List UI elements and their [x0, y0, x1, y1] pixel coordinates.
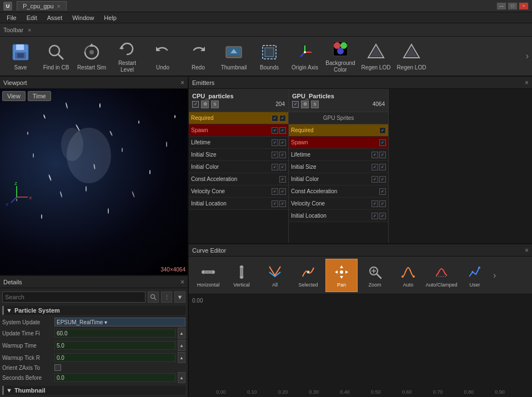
pan-button[interactable]: Pan [325, 259, 358, 292]
gpu-size-check2[interactable] [379, 164, 386, 170]
file-tab[interactable]: P_cpu_gpu × [17, 1, 67, 11]
cpu-module-initial-color[interactable]: Initial Color [189, 161, 288, 173]
find-in-cb-button[interactable]: Find in CB [39, 38, 73, 74]
cpu-module-initial-size[interactable]: Initial Size [189, 149, 288, 161]
gpu-loc-check2[interactable] [379, 213, 386, 219]
gpu-life-check1[interactable] [372, 152, 378, 158]
tab-close[interactable]: × [57, 3, 61, 9]
gpu-icon-1[interactable]: ⚙ [301, 100, 309, 108]
update-time-arrow[interactable]: ▲ [178, 328, 185, 339]
prop-value-seconds-before[interactable]: 0.0 [54, 373, 175, 382]
menu-asset[interactable]: Asset [43, 13, 67, 22]
cpu-module-lifetime[interactable]: Lifetime [189, 137, 288, 149]
menu-file[interactable]: File [2, 13, 21, 22]
cpu-accel-check1[interactable] [279, 176, 286, 183]
horizontal-button[interactable]: Horizontal [192, 259, 224, 292]
gpu-accel-check[interactable] [379, 188, 386, 195]
gpu-module-initial-size[interactable]: Initial Size [289, 161, 388, 173]
regen-lod-1-button[interactable]: Regen LOD [359, 38, 393, 74]
menu-help[interactable]: Help [99, 13, 121, 22]
cpu-module-spawn[interactable]: Spawn [189, 124, 288, 137]
gpu-module-required[interactable]: Required [289, 124, 388, 137]
user-button[interactable]: User [459, 259, 491, 292]
cpu-spawn-check1[interactable] [272, 127, 278, 134]
viewport-canvas[interactable]: X Z Y View Time 340×4064 [0, 89, 188, 275]
cpu-icon-1[interactable]: ⚙ [201, 100, 209, 108]
prop-value-system-update[interactable]: EPSUM_RealTime ▾ [54, 318, 185, 326]
gpu-module-const-accel[interactable]: Const Acceleration [289, 185, 388, 198]
cpu-loc-check1[interactable] [272, 200, 278, 207]
cpu-icon-2[interactable]: S [211, 100, 219, 108]
time-button[interactable]: Time [28, 91, 51, 101]
cpu-spawn-check2[interactable] [279, 127, 286, 134]
auto-button[interactable]: Auto [392, 259, 424, 292]
gpu-module-lifetime[interactable]: Lifetime [289, 149, 388, 161]
cpu-color-check2[interactable] [279, 164, 286, 170]
gpu-loc-check1[interactable] [372, 213, 378, 219]
cpu-vel-check1[interactable] [272, 188, 278, 195]
gpu-spawn-check[interactable] [379, 139, 386, 146]
search-filter-button[interactable]: ▼ [174, 292, 185, 303]
prop-value-warmup-tick[interactable]: 0.0 [54, 353, 175, 362]
zoom-button[interactable]: Zoom [359, 259, 391, 292]
menu-edit[interactable]: Edit [22, 13, 42, 22]
undo-button[interactable]: Undo [145, 38, 180, 74]
gpu-vel-check1[interactable] [372, 200, 378, 207]
cpu-enable-check[interactable]: ✓ [192, 101, 199, 108]
background-color-button[interactable]: Background Color [323, 38, 358, 74]
auto-clamped-button[interactable]: Auto/Clamped [425, 259, 458, 292]
details-close[interactable]: × [180, 278, 184, 286]
toolbar-more-button[interactable]: › [526, 51, 529, 61]
search-options-button[interactable]: ⋮ [161, 292, 172, 303]
gpu-color-check2[interactable] [379, 176, 386, 183]
cpu-module-required[interactable]: Required [189, 112, 288, 124]
curve-editor-close[interactable]: × [525, 247, 529, 254]
search-input[interactable] [2, 292, 145, 303]
bounds-button[interactable]: Bounds [252, 38, 287, 74]
section-collapse-icon[interactable]: ▼ [6, 307, 12, 314]
cpu-vel-check2[interactable] [279, 188, 286, 195]
gpu-life-check2[interactable] [379, 152, 386, 158]
menu-window[interactable]: Window [68, 13, 98, 22]
cpu-size-check2[interactable] [279, 152, 286, 158]
cpu-module-velocity-cone[interactable]: Velocity Cone [189, 185, 288, 198]
selected-button[interactable]: Selected [292, 259, 324, 292]
cpu-req-check1[interactable] [272, 115, 278, 122]
cpu-color-check1[interactable] [272, 164, 278, 170]
toolbar-close[interactable]: × [28, 27, 31, 33]
cpu-size-check1[interactable] [272, 152, 278, 158]
save-button[interactable]: Save [3, 38, 38, 74]
gpu-module-initial-color[interactable]: Initial Color [289, 173, 388, 185]
gpu-module-initial-location[interactable]: Initial Location [289, 210, 388, 222]
cpu-life-check2[interactable] [279, 139, 286, 146]
curve-more-button[interactable]: › [493, 270, 496, 280]
cpu-loc-check2[interactable] [279, 200, 286, 207]
search-submit-button[interactable] [148, 292, 159, 303]
warmup-tick-arrow[interactable]: ▲ [178, 352, 185, 363]
gpu-enable-check[interactable]: ✓ [292, 101, 299, 108]
gpu-module-velocity-cone[interactable]: Velocity Cone [289, 198, 388, 210]
seconds-before-arrow[interactable]: ▲ [178, 372, 185, 383]
gpu-req-check[interactable] [379, 127, 386, 134]
redo-button[interactable]: Redo [181, 38, 215, 74]
minimize-button[interactable]: — [496, 2, 506, 10]
cpu-module-const-accel[interactable]: Const Acceleration [189, 173, 288, 185]
origin-axis-button[interactable]: Origin Axis [288, 38, 322, 74]
warmup-time-arrow[interactable]: ▲ [178, 340, 185, 351]
view-button[interactable]: View [2, 91, 26, 101]
prop-checkbox-orient-zaxis[interactable] [54, 364, 61, 371]
cpu-life-check1[interactable] [272, 139, 278, 146]
prop-value-warmup-time[interactable]: 5.0 [54, 341, 175, 350]
gpu-icon-2[interactable]: S [311, 100, 319, 108]
viewport-close[interactable]: × [180, 79, 184, 87]
gpu-module-spawn[interactable]: Spawn [289, 137, 388, 149]
restart-level-button[interactable]: Restart Level [110, 38, 144, 74]
all-button[interactable]: All [259, 259, 291, 292]
prop-value-update-time[interactable]: 60.0 [54, 329, 175, 338]
close-button[interactable]: × [519, 2, 529, 10]
curve-canvas[interactable]: 0.00 0.00 0.10 0.20 0.30 0.40 0.50 0.60 … [189, 294, 532, 397]
regen-lod-2-button[interactable]: Regen LOD [394, 38, 429, 74]
restart-sim-button[interactable]: Restart Sim [74, 38, 109, 74]
maximize-button[interactable]: □ [508, 2, 518, 10]
emitters-close[interactable]: × [525, 79, 529, 87]
